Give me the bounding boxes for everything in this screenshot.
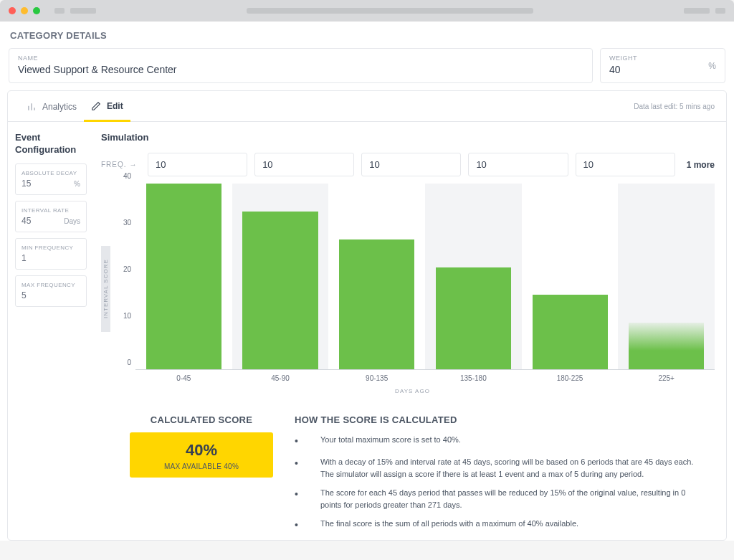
absolute-decay-unit: % <box>74 180 80 188</box>
score-box: 40% MAX AVAILABLE 40% <box>130 432 273 478</box>
sidebar-title: Event Configuration <box>15 132 87 156</box>
browser-chrome <box>0 0 734 22</box>
chart-bar <box>146 184 221 369</box>
absolute-decay-label: ABSOLUTE DECAY <box>22 170 80 176</box>
bar-chart-icon <box>27 102 37 112</box>
freq-input-4[interactable]: 10 <box>576 153 675 176</box>
bar-slot <box>135 184 232 369</box>
x-tick: 135-180 <box>425 370 522 382</box>
page-title: CATEGORY DETAILS <box>0 22 734 48</box>
pencil-icon <box>91 101 101 111</box>
bar-slot <box>522 184 619 369</box>
interval-rate-unit: Days <box>64 217 80 225</box>
freq-input-1[interactable]: 10 <box>254 153 354 176</box>
how-list-item: With a decay of 15% and interval rate at… <box>295 456 700 480</box>
freq-input-2[interactable]: 10 <box>361 153 461 176</box>
y-tick: 0 <box>127 359 131 366</box>
how-list-item: The score for each 45 days period that p… <box>295 487 700 511</box>
absolute-decay-value: 15 <box>22 179 31 189</box>
freq-label: FREQ. → <box>101 161 140 169</box>
weight-label: WEIGHT <box>609 54 716 62</box>
close-window-icon[interactable] <box>9 7 16 14</box>
simulation-title: Simulation <box>101 132 715 143</box>
address-bar-placeholder <box>247 8 533 14</box>
interval-rate-label: INTERVAL RATE <box>22 207 80 214</box>
last-edit-text: Data last edit: 5 mins ago <box>634 103 715 110</box>
weight-unit: % <box>708 61 716 71</box>
max-frequency-value: 5 <box>22 290 27 300</box>
event-config-sidebar: Event Configuration ABSOLUTE DECAY 15% I… <box>8 122 94 540</box>
traffic-lights <box>9 7 40 14</box>
minimize-window-icon[interactable] <box>21 7 28 14</box>
x-tick: 90-135 <box>328 370 425 382</box>
bar-slot <box>328 184 425 369</box>
chrome-placeholder <box>684 8 710 14</box>
tab-edit-label: Edit <box>107 101 123 111</box>
calculated-score-title: CALCULATED SCORE <box>130 414 273 425</box>
chart-bar <box>436 267 511 369</box>
min-frequency-value: 1 <box>22 253 27 263</box>
x-tick: 225+ <box>618 370 715 382</box>
max-frequency-field[interactable]: MAX FREQUENCY 5 <box>15 275 87 307</box>
bar-slot <box>618 184 715 369</box>
freq-input-0[interactable]: 10 <box>148 153 247 176</box>
y-tick: 30 <box>123 219 131 227</box>
how-list-item: The final score is the sum of all period… <box>295 518 700 533</box>
how-title: HOW THE SCORE IS CALCULATED <box>295 414 700 425</box>
x-tick: 45-90 <box>232 370 329 382</box>
tab-analytics-label: Analytics <box>42 102 77 112</box>
tab-edit[interactable]: Edit <box>84 91 130 122</box>
score-percent: 40% <box>135 441 267 460</box>
name-label: NAME <box>18 54 583 62</box>
max-frequency-label: MAX FREQUENCY <box>22 282 80 288</box>
x-tick: 180-225 <box>522 370 619 382</box>
x-tick: 0-45 <box>135 370 232 382</box>
interval-score-chart: INTERVAL SCORE 010203040 0-4545-9090-135… <box>101 184 715 394</box>
chart-bar <box>629 323 704 369</box>
min-frequency-label: MIN FREQUENCY <box>22 245 80 251</box>
chart-bar <box>339 239 414 369</box>
name-field[interactable]: NAME Viewed Support & Resource Center <box>9 48 593 83</box>
y-axis-label: INTERVAL SCORE <box>101 246 110 332</box>
chrome-placeholder <box>715 8 725 14</box>
absolute-decay-field[interactable]: ABSOLUTE DECAY 15% <box>15 163 87 195</box>
interval-rate-field[interactable]: INTERVAL RATE 45Days <box>15 201 87 232</box>
name-value: Viewed Support & Resource Center <box>18 64 583 75</box>
min-frequency-field[interactable]: MIN FREQUENCY 1 <box>15 238 87 270</box>
tab-bar: Analytics Edit Data last edit: 5 mins ag… <box>8 91 726 122</box>
freq-more-link[interactable]: 1 more <box>687 160 715 170</box>
how-calculated-panel: HOW THE SCORE IS CALCULATED Your total m… <box>295 414 700 540</box>
calculated-score-panel: CALCULATED SCORE 40% MAX AVAILABLE 40% <box>130 414 273 540</box>
y-tick: 10 <box>123 312 131 320</box>
how-list-item: Your total maximum score is set to 40%. <box>295 434 700 449</box>
chart-bar <box>242 212 318 369</box>
maximize-window-icon[interactable] <box>33 7 40 14</box>
tab-analytics[interactable]: Analytics <box>19 92 84 120</box>
x-axis-label: DAYS AGO <box>110 388 715 394</box>
arrow-right-icon: → <box>130 161 138 169</box>
bar-slot <box>232 184 329 369</box>
interval-rate-value: 45 <box>22 216 31 226</box>
chrome-placeholder <box>54 8 65 14</box>
y-tick: 20 <box>123 265 131 273</box>
weight-field[interactable]: WEIGHT 40 % <box>600 48 725 83</box>
score-subtitle: MAX AVAILABLE 40% <box>135 462 267 470</box>
frequency-row: FREQ. → 10 10 10 10 10 1 more <box>101 153 715 176</box>
bar-slot <box>425 184 522 369</box>
freq-input-3[interactable]: 10 <box>468 153 568 176</box>
chart-bar <box>533 295 608 369</box>
y-tick: 40 <box>123 172 131 180</box>
weight-value: 40 <box>609 64 716 75</box>
chrome-placeholder <box>70 8 96 14</box>
